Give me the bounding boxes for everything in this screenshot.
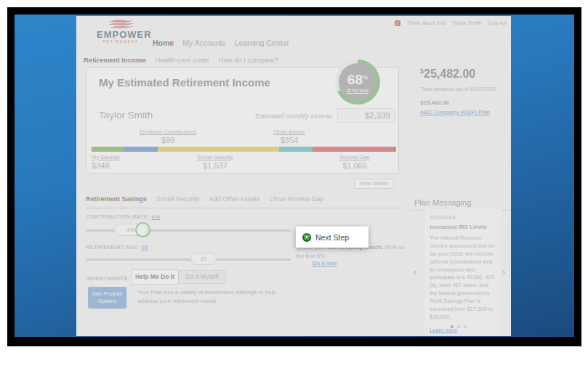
- tab-add-other-assets[interactable]: Add Other Assets: [209, 195, 260, 203]
- investments-label: INVESTMENTS:: [86, 275, 129, 282]
- tab-social-security[interactable]: Social Security: [156, 195, 200, 203]
- do-it-myself-button[interactable]: Do It Myself: [178, 270, 226, 284]
- retirement-slider-track[interactable]: [86, 258, 291, 261]
- empower-logo: EMPOWER RETIREMENT: [97, 19, 145, 44]
- dimmed-app-content: EMPOWER RETIREMENT 2 Think about this Ta…: [76, 16, 511, 336]
- top-tabs: Retirement Income Health-care costs How …: [84, 56, 278, 64]
- next-step-tooltip[interactable]: Next Step: [296, 227, 368, 248]
- tab-retirement-savings[interactable]: Retirement Savings: [86, 195, 147, 203]
- think-about-this-link[interactable]: Think about this: [407, 20, 446, 26]
- bar-label-link[interactable]: Social Security: [164, 154, 266, 160]
- user-bar: 2 Think about this Taylor Smith Log out: [395, 20, 507, 26]
- monthly-income-label: Estimated monthly income:: [174, 113, 334, 120]
- user-name-link[interactable]: Taylor Smith: [452, 20, 482, 26]
- goal-gauge-ring: 68% of my goal: [335, 60, 380, 105]
- plan-messaging-title: Plan Messaging: [414, 198, 471, 207]
- bar-label-social-security: Social Security $1,537: [164, 154, 266, 170]
- tab-health-care-costs[interactable]: Health-care costs: [156, 56, 209, 64]
- panel-title: My Estimated Retirement Income: [99, 76, 270, 89]
- carousel-prev-icon[interactable]: ‹: [413, 266, 417, 279]
- message-body: The Internal Revenue Service announced t…: [430, 235, 496, 322]
- next-step-marker-icon: [302, 233, 311, 242]
- carousel-dots: [451, 325, 467, 328]
- contribution-slider-knob[interactable]: [135, 222, 150, 237]
- bar-label-value: $348: [92, 161, 157, 170]
- total-balance-caption: Total balance as of 6/10/2015: [420, 86, 496, 92]
- do-it-now-link[interactable]: Do it now: [313, 260, 337, 266]
- message-date: 9/15/2014: [430, 214, 496, 221]
- retirement-slider-handle[interactable]: 65: [190, 253, 217, 265]
- empower-logo-stripes: [106, 19, 135, 30]
- logo-name: EMPOWER: [97, 30, 145, 40]
- logout-link[interactable]: Log out: [488, 20, 507, 26]
- bar-label-link[interactable]: Other Assets: [238, 129, 340, 135]
- tab-retirement-income[interactable]: Retirement Income: [84, 56, 146, 64]
- income-bar-segment-other-assets: [279, 147, 313, 152]
- next-step-label: Next Step: [315, 233, 349, 242]
- carousel-dot[interactable]: [451, 325, 454, 328]
- logo-subtitle: RETIREMENT: [97, 40, 145, 44]
- bar-label-income-gap: Income Gap $1,066: [304, 154, 406, 170]
- notification-badge[interactable]: 2: [395, 20, 400, 26]
- slide-background: EMPOWER RETIREMENT 2 Think about this Ta…: [15, 15, 574, 337]
- panel-user-name: Taylor Smith: [99, 110, 153, 121]
- goal-percent: 68%: [339, 72, 376, 88]
- income-bar-segment-income-gap: [313, 147, 396, 152]
- bar-label-other-assets: Other Assets $354: [238, 129, 340, 144]
- bar-label-link[interactable]: Employer Contributions: [117, 129, 219, 135]
- bar-label-my-savings: My Savings $348: [92, 154, 157, 170]
- income-bar-segment-social-security: [158, 147, 279, 152]
- contribution-rate-link[interactable]: 4%: [151, 213, 160, 220]
- help-me-do-it-button[interactable]: Help Me Do It: [131, 269, 179, 285]
- section-divider: [86, 208, 400, 208]
- tab-how-do-i-compare[interactable]: How do I compare?: [218, 56, 278, 64]
- bar-label-value: $1,537: [164, 161, 266, 170]
- view-details-button[interactable]: View Details: [354, 179, 394, 189]
- see-product-options-button[interactable]: See Product Options: [88, 287, 126, 309]
- nav-learning-center[interactable]: Learning Center: [235, 38, 289, 47]
- goal-caption-link[interactable]: of my goal: [339, 88, 376, 93]
- carousel-dot[interactable]: [464, 325, 467, 328]
- bar-label-employer-contributions: Employer Contributions $99: [117, 129, 219, 144]
- nav-my-accounts[interactable]: My Accounts: [182, 38, 226, 47]
- bar-label-value: $354: [238, 136, 340, 144]
- income-bar: [92, 147, 396, 152]
- contribution-rate-label: CONTRIBUTION RATE: 4%: [86, 213, 160, 220]
- carousel-dot[interactable]: [457, 325, 460, 328]
- goal-percent-unit: %: [363, 74, 368, 81]
- investments-description: Your Plan has a variety of investment of…: [137, 288, 279, 306]
- bar-label-value: $99: [117, 136, 219, 144]
- bar-label-value: $1,066: [304, 161, 406, 170]
- section-tabs: Retirement Savings Social Security Add O…: [86, 195, 323, 203]
- presentation-canvas: EMPOWER RETIREMENT 2 Think about this Ta…: [0, 0, 588, 387]
- empower-app-screenshot: EMPOWER RETIREMENT 2 Think about this Ta…: [76, 16, 511, 336]
- income-bar-segment-my-savings: [92, 147, 124, 152]
- plan-amount: $25,482.00: [420, 99, 449, 106]
- tab-close-income-gap[interactable]: Close Income Gap: [270, 195, 324, 203]
- slide-frame: EMPOWER RETIREMENT 2 Think about this Ta…: [7, 7, 581, 346]
- retirement-age-link[interactable]: 65: [142, 244, 148, 250]
- retirement-age-label: RETIREMENT AGE: 65: [86, 244, 148, 250]
- nav-home[interactable]: Home: [153, 38, 174, 47]
- income-bar-segment-employer-contributions: [124, 147, 158, 152]
- monthly-income-value: $2,339: [337, 108, 395, 123]
- plan-messaging-card: 9/15/2014 Increased IRS Limits The Inter…: [425, 209, 501, 335]
- goal-gauge: 68% of my goal: [339, 63, 376, 101]
- total-balance: $25,482.00: [420, 68, 475, 81]
- bar-label-link[interactable]: Income Gap: [304, 154, 406, 160]
- bar-label-link[interactable]: My Savings: [92, 154, 157, 160]
- plan-link[interactable]: ABC Company 401(k) Plan: [420, 109, 490, 115]
- carousel-next-icon[interactable]: ›: [502, 266, 506, 279]
- main-nav: Home My Accounts Learning Center: [153, 38, 289, 47]
- message-headline: Increased IRS Limits: [430, 224, 496, 230]
